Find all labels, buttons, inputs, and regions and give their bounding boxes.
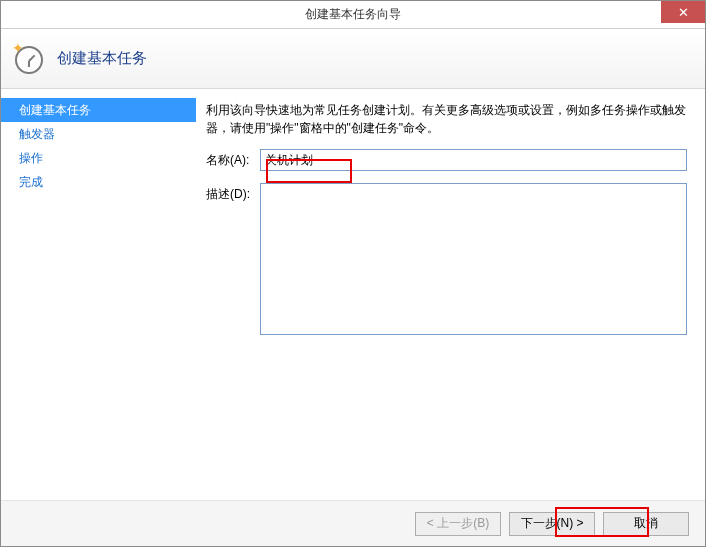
back-button-label: < 上一步(B) — [427, 516, 489, 530]
sidebar-item-trigger[interactable]: 触发器 — [1, 122, 196, 146]
sidebar-item-label: 触发器 — [19, 127, 55, 141]
footer: < 上一步(B) 下一步(N) > 取消 — [1, 500, 705, 546]
task-wizard-icon: ✦ — [15, 44, 45, 74]
page-title: 创建基本任务 — [57, 49, 147, 68]
sidebar-item-create-basic-task[interactable]: 创建基本任务 — [1, 98, 196, 122]
description-row: 描述(D): — [206, 183, 687, 335]
titlebar: 创建基本任务向导 ✕ — [1, 1, 705, 29]
sidebar-item-finish[interactable]: 完成 — [1, 170, 196, 194]
name-row: 名称(A): — [206, 149, 687, 171]
window-title: 创建基本任务向导 — [305, 6, 401, 23]
intro-text: 利用该向导快速地为常见任务创建计划。有关更多高级选项或设置，例如多任务操作或触发… — [206, 101, 687, 137]
cancel-button[interactable]: 取消 — [603, 512, 689, 536]
content-area: 利用该向导快速地为常见任务创建计划。有关更多高级选项或设置，例如多任务操作或触发… — [196, 89, 705, 500]
name-input[interactable] — [260, 149, 687, 171]
description-textarea[interactable] — [260, 183, 687, 335]
back-button: < 上一步(B) — [415, 512, 501, 536]
header-banner: ✦ 创建基本任务 — [1, 29, 705, 89]
sidebar: 创建基本任务 触发器 操作 完成 — [1, 89, 196, 500]
close-icon: ✕ — [678, 5, 689, 20]
cancel-button-label: 取消 — [634, 516, 658, 530]
next-button-label: 下一步(N) > — [521, 516, 584, 530]
description-label: 描述(D): — [206, 183, 260, 335]
sidebar-item-action[interactable]: 操作 — [1, 146, 196, 170]
sidebar-item-label: 创建基本任务 — [19, 103, 91, 117]
name-label: 名称(A): — [206, 149, 260, 171]
close-button[interactable]: ✕ — [661, 1, 705, 23]
body: 创建基本任务 触发器 操作 完成 利用该向导快速地为常见任务创建计划。有关更多高… — [1, 89, 705, 500]
wizard-window: 创建基本任务向导 ✕ ✦ 创建基本任务 创建基本任务 触发器 操作 完成 利用该… — [0, 0, 706, 547]
sidebar-item-label: 操作 — [19, 151, 43, 165]
next-button[interactable]: 下一步(N) > — [509, 512, 595, 536]
sidebar-item-label: 完成 — [19, 175, 43, 189]
